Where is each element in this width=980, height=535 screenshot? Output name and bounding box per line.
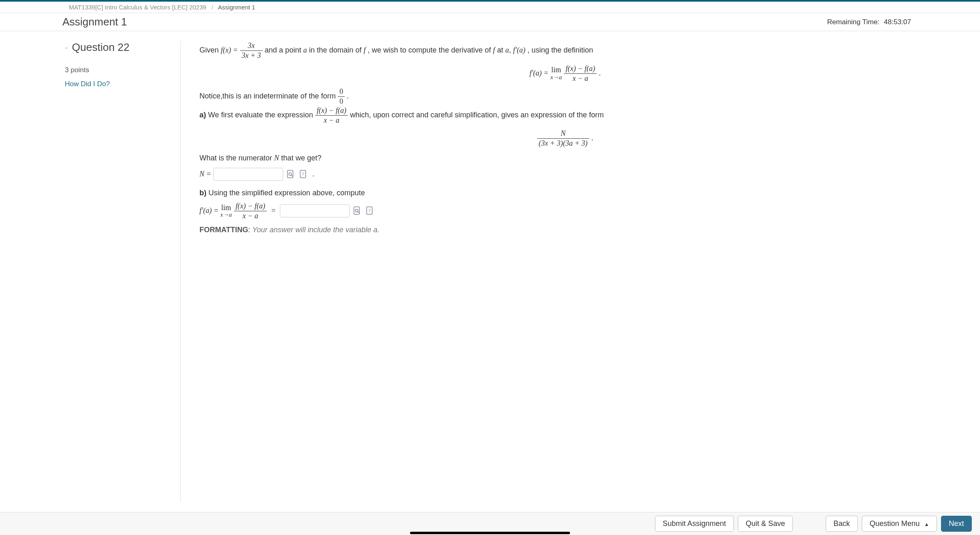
text: , using the definition bbox=[527, 46, 593, 54]
math-N: N bbox=[274, 154, 279, 162]
home-indicator bbox=[410, 532, 570, 534]
diffq-num: f(x) − f(a) bbox=[315, 106, 348, 116]
next-button[interactable]: Next bbox=[941, 516, 972, 532]
breadcrumb-separator: / bbox=[211, 4, 213, 11]
question-title[interactable]: - Question 22 bbox=[65, 41, 170, 54]
main: - Question 22 3 points How Did I Do? Giv… bbox=[0, 31, 980, 512]
text: and a point bbox=[265, 46, 303, 54]
lim-sub: x→a bbox=[550, 74, 562, 81]
indeterminate-line: Notice,this is an indeterminate of the f… bbox=[199, 87, 931, 106]
remaining-time-label: Remaining Time: bbox=[827, 18, 880, 26]
simp-den: (3x + 3)(3a + 3) bbox=[537, 139, 589, 148]
how-did-i-do-link[interactable]: How Did I Do? bbox=[65, 80, 170, 88]
lim-sub: x→a bbox=[220, 212, 232, 218]
text: that we get? bbox=[281, 154, 321, 162]
quit-save-button[interactable]: Quit & Save bbox=[738, 516, 793, 532]
breadcrumb: MAT1339[C] Intro Calculus & Vectors [LEC… bbox=[0, 2, 980, 13]
svg-point-1 bbox=[289, 173, 292, 176]
period: . bbox=[347, 92, 349, 100]
math-f: f bbox=[364, 46, 366, 54]
caret-up-icon: ▲ bbox=[924, 521, 929, 527]
back-button[interactable]: Back bbox=[826, 516, 858, 532]
svg-line-7 bbox=[358, 212, 359, 213]
help-icon[interactable]: ? bbox=[298, 169, 309, 180]
submit-assignment-button[interactable]: Submit Assignment bbox=[655, 516, 734, 532]
question-menu-button[interactable]: Question Menu ▲ bbox=[862, 516, 937, 532]
page-title: Assignment 1 bbox=[62, 16, 127, 28]
text: , bbox=[509, 46, 513, 54]
breadcrumb-course[interactable]: MAT1339[C] Intro Calculus & Vectors [LEC… bbox=[69, 4, 206, 11]
math-limit-lhs: f′(a) = bbox=[199, 206, 220, 215]
lim-label: lim bbox=[550, 66, 562, 74]
sidebar: - Question 22 3 points How Did I Do? bbox=[0, 41, 181, 502]
part-a-line1: a) We first evaluate the expression f(x)… bbox=[199, 106, 931, 125]
problem-intro: Given f(x) = 3x 3x + 3 and a point a in … bbox=[199, 41, 931, 60]
help-icon[interactable]: ? bbox=[364, 205, 375, 217]
text: Using the simplified expression above, c… bbox=[208, 189, 365, 197]
svg-point-6 bbox=[355, 209, 358, 212]
zero-num: 0 bbox=[338, 87, 345, 97]
formatting-label: FORMATTING bbox=[199, 226, 248, 234]
math-limit: lim x→a bbox=[550, 66, 562, 81]
text: , we wish to compute the derivative of bbox=[368, 46, 493, 54]
math-fx-frac: 3x 3x + 3 bbox=[240, 41, 263, 60]
question-menu-label: Question Menu bbox=[870, 519, 920, 528]
part-b-label: b) bbox=[199, 189, 206, 197]
equals: = bbox=[271, 206, 275, 215]
lim-label: lim bbox=[220, 204, 232, 212]
svg-line-2 bbox=[291, 175, 292, 176]
period: . bbox=[599, 69, 601, 77]
breadcrumb-current[interactable]: Assignment 1 bbox=[218, 4, 255, 11]
text: What is the numerator bbox=[199, 154, 274, 162]
math-fpa: f′(a) bbox=[513, 46, 525, 54]
svg-text:?: ? bbox=[369, 208, 371, 213]
text: in the domain of bbox=[309, 46, 364, 54]
math-diffq: f(x) − f(a) x − a bbox=[564, 64, 597, 83]
header: Assignment 1 Remaining Time: 48:53:07 bbox=[0, 13, 980, 31]
part-b-answer-row: f′(a) = lim x→a f(x) − f(a) x − a = ? bbox=[199, 201, 931, 220]
question-points: 3 points bbox=[65, 66, 170, 74]
diffq-num: f(x) − f(a) bbox=[234, 201, 267, 211]
diffq-den: x − a bbox=[234, 211, 267, 221]
text: which, upon correct and careful simplifi… bbox=[350, 111, 604, 119]
formatting-text: Your answer will include the variable a. bbox=[252, 226, 380, 234]
svg-rect-0 bbox=[287, 170, 293, 178]
definition-limit: f′(a) = lim x→a f(x) − f(a) x − a . bbox=[199, 64, 931, 83]
period: . bbox=[311, 170, 314, 178]
part-b-line: b) Using the simplified expression above… bbox=[199, 187, 931, 199]
text: at bbox=[497, 46, 505, 54]
question-number: Question 22 bbox=[72, 41, 129, 54]
math-zero-over-zero: 0 0 bbox=[338, 87, 345, 106]
zero-den: 0 bbox=[338, 97, 345, 106]
remaining-time-value: 48:53:07 bbox=[884, 18, 911, 26]
text: Notice,this is an indeterminate of the f… bbox=[199, 92, 338, 100]
math-f: f bbox=[493, 46, 495, 54]
text: We first evaluate the expression bbox=[208, 111, 315, 119]
diffq-num: f(x) − f(a) bbox=[564, 64, 597, 74]
math-limit: lim x→a bbox=[220, 204, 232, 219]
part-a-label: a) bbox=[199, 111, 206, 119]
math-a: a bbox=[505, 46, 509, 54]
simplified-form: N (3x + 3)(3a + 3) . bbox=[199, 129, 931, 148]
math-diffq2: f(x) − f(a) x − a bbox=[315, 106, 348, 125]
remaining-time: Remaining Time: 48:53:07 bbox=[827, 18, 911, 26]
diffq-den: x − a bbox=[315, 116, 348, 125]
math-simplified-frac: N (3x + 3)(3a + 3) bbox=[537, 129, 589, 148]
period: . bbox=[591, 134, 593, 142]
diffq-den: x − a bbox=[564, 74, 597, 83]
n-equals: N = bbox=[199, 170, 211, 178]
preview-icon[interactable] bbox=[352, 205, 362, 217]
part-a-answer-row: N = ? . bbox=[199, 168, 931, 181]
math-fx-lhs: f(x) = bbox=[221, 46, 238, 54]
colon: : bbox=[248, 226, 252, 234]
math-fx-den: 3x + 3 bbox=[240, 51, 263, 60]
part-a-question: What is the numerator N that we get? bbox=[199, 152, 931, 165]
answer-input-n[interactable] bbox=[213, 168, 283, 181]
answer-input-fpa[interactable] bbox=[280, 204, 350, 217]
collapse-icon[interactable]: - bbox=[65, 42, 68, 53]
N-var: N bbox=[537, 129, 589, 139]
preview-icon[interactable] bbox=[285, 169, 296, 180]
footer: Submit Assignment Quit & Save Back Quest… bbox=[0, 512, 980, 535]
svg-rect-5 bbox=[354, 207, 359, 214]
question-body: Given f(x) = 3x 3x + 3 and a point a in … bbox=[181, 41, 980, 502]
